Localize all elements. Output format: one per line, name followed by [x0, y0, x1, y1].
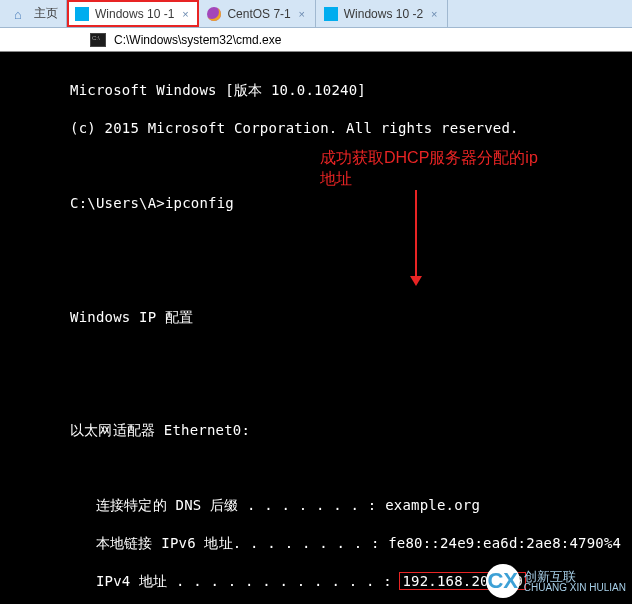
- windows-icon: [75, 7, 89, 21]
- out-line: 本地链接 IPv6 地址. . . . . . . . : fe80::24e9…: [70, 534, 628, 553]
- windows-icon: [324, 7, 338, 21]
- cmd-icon: [90, 33, 106, 47]
- out-line: [70, 459, 628, 478]
- tab-label: 主页: [34, 5, 58, 22]
- watermark-main: 创新互联: [524, 570, 626, 583]
- tab-windows10-1[interactable]: Windows 10 -1 ×: [67, 0, 199, 27]
- out-line: [70, 383, 628, 402]
- out-line: 连接特定的 DNS 后缀 . . . . . . . : example.org: [70, 496, 628, 515]
- centos-icon: [207, 7, 221, 21]
- cmd-title-path: C:\Windows\system32\cmd.exe: [114, 33, 281, 47]
- tab-home[interactable]: 主页: [6, 0, 67, 27]
- watermark-logo-icon: CX: [486, 564, 520, 598]
- annotation-arrow: [415, 190, 417, 278]
- watermark: CX 创新互联 CHUANG XIN HULIAN: [486, 564, 626, 598]
- close-icon[interactable]: ×: [297, 9, 307, 19]
- cmd-title-bar: C:\Windows\system32\cmd.exe: [0, 28, 632, 52]
- out-line: (c) 2015 Microsoft Corporation. All righ…: [70, 119, 628, 138]
- out-line: [70, 345, 628, 364]
- tab-windows10-2[interactable]: Windows 10 -2 ×: [316, 0, 448, 27]
- out-line: [70, 232, 628, 251]
- tab-centos7-1[interactable]: CentOS 7-1 ×: [199, 0, 315, 27]
- close-icon[interactable]: ×: [180, 9, 190, 19]
- terminal-output[interactable]: Microsoft Windows [版本 10.0.10240] (c) 20…: [0, 52, 632, 604]
- annotation-text: 成功获取DHCP服务器分配的ip地址: [320, 148, 550, 190]
- home-icon: [14, 7, 28, 21]
- tab-label: Windows 10 -2: [344, 7, 423, 21]
- out-line: Microsoft Windows [版本 10.0.10240]: [70, 81, 628, 100]
- out-line: [70, 270, 628, 289]
- tab-bar: 主页 Windows 10 -1 × CentOS 7-1 × Windows …: [0, 0, 632, 28]
- out-line: 以太网适配器 Ethernet0:: [70, 421, 628, 440]
- out-line: C:\Users\A>ipconfig: [70, 194, 628, 213]
- close-icon[interactable]: ×: [429, 9, 439, 19]
- tab-label: CentOS 7-1: [227, 7, 290, 21]
- tab-label: Windows 10 -1: [95, 7, 174, 21]
- watermark-sub: CHUANG XIN HULIAN: [524, 583, 626, 593]
- out-line: Windows IP 配置: [70, 308, 628, 327]
